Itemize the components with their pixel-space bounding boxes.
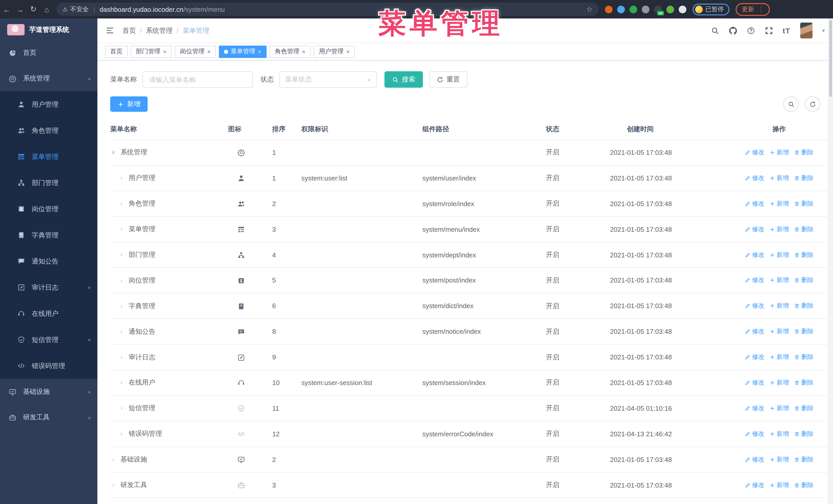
search-button[interactable]: 搜索 [384, 71, 423, 88]
edit-link[interactable]: 修改 [745, 455, 764, 464]
delete-link[interactable]: 删除 [794, 199, 813, 208]
add-child-link[interactable]: 新增 [769, 429, 789, 438]
expand-arrow-icon[interactable]: › [118, 200, 124, 207]
expand-arrow-icon[interactable]: › [118, 405, 124, 412]
add-child-link[interactable]: 新增 [769, 174, 789, 183]
edit-link[interactable]: 修改 [745, 302, 764, 310]
forward-icon[interactable]: → [13, 5, 27, 14]
address-bar[interactable]: ⚠ 不安全 | dashboard.yudao.iocoder.cn/syste… [56, 3, 599, 16]
scrollbar-thumb[interactable] [829, 20, 832, 97]
delete-link[interactable]: 删除 [794, 250, 813, 259]
add-child-link[interactable]: 新增 [769, 148, 789, 157]
expand-arrow-icon[interactable]: › [118, 303, 124, 310]
green-extension[interactable] [666, 5, 674, 13]
edit-link[interactable]: 修改 [745, 404, 764, 413]
toggle-search-button[interactable] [783, 96, 799, 112]
search-icon[interactable] [711, 26, 719, 34]
expand-arrow-icon[interactable]: › [110, 456, 116, 463]
reset-button[interactable]: 重置 [429, 71, 468, 88]
edit-link[interactable]: 修改 [745, 353, 764, 361]
expand-arrow-icon[interactable]: › [118, 430, 124, 437]
reload-icon[interactable]: ↻ [27, 5, 40, 14]
tab-close-icon[interactable]: × [346, 48, 350, 55]
add-child-link[interactable]: 新增 [769, 199, 789, 208]
refresh-table-button[interactable] [805, 96, 820, 112]
sidebar-subitem[interactable]: 岗位管理 [0, 196, 97, 222]
edit-link[interactable]: 修改 [745, 225, 764, 234]
expand-arrow-icon[interactable]: › [118, 379, 124, 386]
window-scrollbar[interactable] [828, 19, 833, 504]
font-size-icon[interactable]: tT [783, 26, 790, 34]
gem-extension[interactable] [617, 5, 625, 13]
url-host[interactable]: dashboard.yudao.iocoder.cn [100, 5, 184, 13]
tab-close-icon[interactable]: × [163, 48, 167, 55]
sidebar-subitem[interactable]: 审计日志 ∨ [0, 274, 97, 301]
edit-link[interactable]: 修改 [745, 481, 764, 489]
edit-link[interactable]: 修改 [745, 327, 764, 336]
back-icon[interactable]: ← [0, 5, 13, 14]
delete-link[interactable]: 删除 [794, 481, 813, 489]
expand-arrow-icon[interactable]: › [118, 174, 124, 182]
help-icon[interactable] [747, 26, 755, 34]
delete-link[interactable]: 删除 [794, 327, 813, 336]
proxy-extension[interactable]: on [654, 5, 662, 13]
add-child-link[interactable]: 新增 [769, 455, 789, 464]
expand-arrow-icon[interactable]: ∨ [110, 149, 116, 156]
puzzle-extension[interactable] [679, 5, 686, 13]
profile-paused-badge[interactable]: 已暂停 [693, 3, 730, 15]
expand-arrow-icon[interactable]: › [110, 481, 116, 488]
edit-link[interactable]: 修改 [745, 276, 764, 285]
sidebar-item[interactable]: 研发工具 ∨ [0, 405, 97, 430]
sidebar-item[interactable]: 系统管理 ∧ [0, 66, 97, 91]
add-child-link[interactable]: 新增 [769, 353, 789, 361]
sidebar-subitem[interactable]: 部门管理 [0, 170, 97, 196]
breadcrumb-home[interactable]: 首页 [122, 26, 136, 35]
edit-link[interactable]: 修改 [745, 174, 764, 183]
edit-link[interactable]: 修改 [745, 429, 764, 438]
expand-arrow-icon[interactable]: › [118, 277, 124, 284]
hamburger-icon[interactable] [105, 26, 114, 35]
edit-link[interactable]: 修改 [745, 148, 764, 157]
orange-extension[interactable] [605, 5, 613, 13]
sidebar-subitem[interactable]: 在线用户 [0, 301, 97, 327]
status-select[interactable]: 菜单状态 ∨ [279, 71, 377, 88]
edit-link[interactable]: 修改 [745, 199, 764, 208]
github-icon[interactable] [729, 26, 737, 34]
tab-close-icon[interactable]: × [207, 48, 211, 55]
view-tab[interactable]: 岗位管理 × [175, 45, 216, 58]
add-child-link[interactable]: 新增 [769, 276, 789, 285]
delete-link[interactable]: 删除 [794, 378, 813, 387]
add-child-link[interactable]: 新增 [769, 481, 789, 489]
view-tab[interactable]: 角色管理 × [270, 45, 311, 58]
delete-link[interactable]: 删除 [794, 429, 813, 438]
delete-link[interactable]: 删除 [794, 276, 813, 285]
url-path[interactable]: /system/menu [183, 5, 225, 13]
expand-arrow-icon[interactable]: › [118, 354, 124, 361]
delete-link[interactable]: 删除 [794, 148, 813, 157]
delete-link[interactable]: 删除 [794, 302, 813, 310]
sidebar-subitem[interactable]: 错误码管理 [0, 353, 97, 379]
edit-link[interactable]: 修改 [745, 378, 764, 387]
view-tab[interactable]: 部门管理 × [131, 45, 172, 58]
sidebar-subitem[interactable]: 短信管理 ∨ [0, 327, 97, 353]
tab-close-icon[interactable]: × [302, 48, 306, 55]
delete-link[interactable]: 删除 [794, 455, 813, 464]
update-button[interactable]: 更新 ⋮ [736, 3, 770, 16]
breadcrumb-system[interactable]: 系统管理 [146, 26, 172, 35]
security-label[interactable]: 不安全 [70, 5, 89, 14]
sidebar-subitem[interactable]: 通知公告 [0, 248, 97, 274]
home-icon[interactable]: ⌂ [40, 5, 53, 14]
expand-arrow-icon[interactable]: › [118, 251, 124, 258]
add-child-link[interactable]: 新增 [769, 250, 789, 259]
add-child-link[interactable]: 新增 [769, 327, 789, 336]
delete-link[interactable]: 删除 [794, 174, 813, 183]
edit-link[interactable]: 修改 [745, 250, 764, 259]
sidebar-item[interactable]: 基础设施 ∨ [0, 379, 97, 405]
view-tab[interactable]: 首页 [105, 45, 128, 58]
view-tab[interactable]: 用户管理 × [314, 45, 355, 58]
green-check-extension[interactable] [629, 5, 637, 13]
expand-arrow-icon[interactable]: › [118, 225, 124, 233]
delete-link[interactable]: 删除 [794, 404, 813, 413]
bookmark-star-icon[interactable]: ☆ [586, 5, 593, 13]
sidebar-subitem[interactable]: 用户管理 [0, 91, 97, 117]
